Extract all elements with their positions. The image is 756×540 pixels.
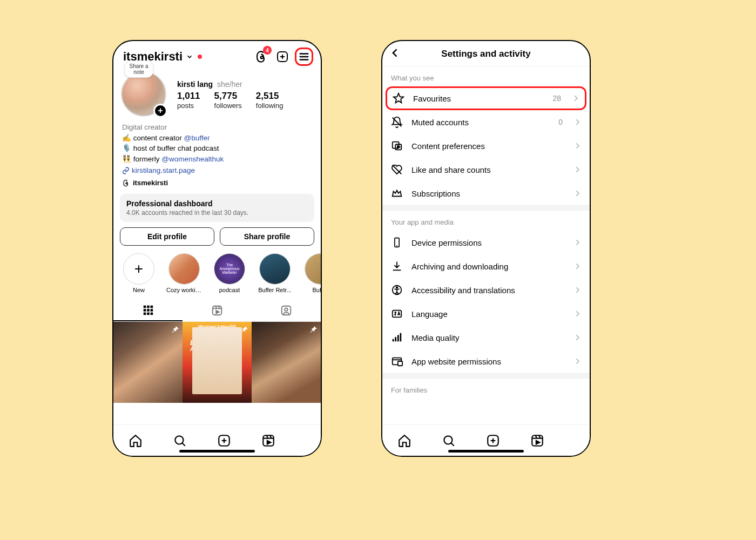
nav-search-icon[interactable] — [442, 434, 456, 448]
edit-profile-button[interactable]: Edit profile — [120, 227, 214, 246]
crown-icon — [391, 187, 403, 199]
svg-rect-14 — [151, 312, 153, 315]
svg-rect-9 — [144, 309, 146, 312]
svg-rect-10 — [147, 309, 150, 312]
profile-tabs — [113, 300, 321, 322]
settings-title: Settings and activity — [441, 49, 530, 59]
row-accessibility[interactable]: Accessibility and translations — [382, 278, 590, 302]
highlight-cozy-working[interactable]: Cozy working — [166, 253, 202, 293]
menu-button[interactable] — [295, 48, 313, 66]
pin-icon — [171, 325, 179, 334]
row-muted[interactable]: Muted accounts 0 — [382, 110, 590, 134]
phone-settings: Settings and activity What you see Favou… — [381, 40, 591, 457]
download-icon — [391, 260, 403, 272]
tagged-icon — [280, 305, 292, 316]
post-3[interactable] — [252, 322, 321, 403]
bio-line3: 👯 formerly @womenshealthuk — [122, 154, 312, 165]
pin-icon — [309, 325, 318, 334]
chevron-right-icon — [573, 166, 581, 173]
row-app-website[interactable]: App website permissions — [382, 349, 590, 373]
back-button[interactable] — [390, 48, 401, 58]
chevron-right-icon — [573, 262, 581, 270]
share-profile-button[interactable]: Share profile — [220, 227, 314, 246]
svg-marker-32 — [394, 93, 403, 103]
highlight-buffer-retr[interactable]: Buffer Retr... — [257, 253, 293, 293]
svg-line-23 — [182, 443, 185, 446]
svg-line-53 — [451, 443, 454, 446]
bio-link[interactable]: kirstilang.start.page — [122, 165, 312, 176]
nav-reels-icon[interactable] — [530, 434, 544, 448]
content-icon — [391, 140, 403, 152]
chevron-right-icon — [573, 334, 581, 341]
highlight-new[interactable]: + New — [121, 253, 157, 293]
avatar-container[interactable]: Share a note + — [121, 71, 167, 118]
star-icon — [393, 92, 404, 104]
fullname: kirsti lang she/her — [177, 80, 313, 89]
row-device-permissions[interactable]: Device permissions — [382, 231, 590, 254]
share-note-bubble[interactable]: Share a note — [124, 60, 153, 78]
post-2[interactable]: Women'sHealth BACK AT IT! THE SEX ISSUE — [183, 322, 252, 403]
add-story-badge-icon[interactable]: + — [153, 104, 167, 118]
nav-home-icon[interactable] — [129, 434, 143, 448]
svg-point-21 — [285, 308, 288, 311]
threads-handle[interactable]: itsmekirsti — [122, 178, 312, 188]
highlights[interactable]: + New Cozy working The Anonymous Markete… — [113, 246, 321, 296]
svg-rect-8 — [151, 305, 153, 308]
highlight-buffer[interactable]: Buffer — [302, 253, 321, 293]
device-icon — [391, 237, 403, 248]
chevron-left-icon — [390, 48, 401, 58]
svg-marker-31 — [267, 441, 271, 444]
tab-grid[interactable] — [113, 300, 183, 321]
svg-point-22 — [175, 436, 183, 444]
mention-womenshealthuk[interactable]: @womenshealthuk — [161, 155, 224, 163]
bell-off-icon — [391, 116, 403, 128]
tab-tagged[interactable] — [252, 300, 321, 321]
svg-rect-6 — [144, 305, 146, 308]
svg-rect-51 — [398, 361, 402, 366]
row-archiving[interactable]: Archiving and downloading — [382, 254, 590, 278]
chevron-right-icon — [573, 239, 581, 246]
stat-posts[interactable]: 1,011 posts — [177, 91, 200, 110]
post-1[interactable] — [113, 322, 183, 403]
svg-rect-46 — [395, 337, 396, 341]
accessibility-icon — [391, 284, 403, 296]
nav-reels-icon[interactable] — [261, 434, 275, 448]
threads-button[interactable]: 4 — [252, 48, 270, 66]
section-what-you-see: What you see — [382, 66, 590, 86]
create-button[interactable] — [273, 48, 292, 66]
grid-icon — [142, 304, 154, 316]
chevron-right-icon — [573, 286, 581, 294]
chevron-down-icon[interactable] — [186, 53, 193, 60]
threads-icon — [122, 179, 130, 187]
bio: Digital creator ✍️ content creator @buff… — [113, 121, 321, 188]
chevron-right-icon — [573, 190, 581, 197]
row-favourites[interactable]: Favourites 28 — [386, 86, 586, 110]
nav-search-icon[interactable] — [173, 434, 187, 448]
row-subscriptions[interactable]: Subscriptions — [382, 181, 590, 205]
nav-home-icon[interactable] — [397, 434, 411, 448]
row-content-pref[interactable]: Content preferences — [382, 134, 590, 158]
professional-dashboard[interactable]: Professional dashboard 4.0K accounts rea… — [120, 194, 314, 222]
svg-rect-44 — [393, 310, 402, 318]
nav-create-icon[interactable] — [486, 434, 500, 448]
bio-line2: 🎙️ host of buffer chat podcast — [122, 143, 312, 154]
mention-buffer[interactable]: @buffer — [184, 134, 210, 142]
row-language[interactable]: Language — [382, 302, 590, 326]
highlight-podcast[interactable]: The Anonymous Marketer podcast — [212, 253, 247, 293]
settings-header: Settings and activity — [382, 41, 590, 66]
row-media-quality[interactable]: Media quality — [382, 326, 590, 349]
divider — [382, 373, 590, 379]
section-families: For families — [382, 379, 590, 399]
window-icon — [391, 355, 403, 367]
profile-buttons: Edit profile Share profile — [113, 222, 321, 246]
stat-followers[interactable]: 5,775 followers — [214, 91, 242, 110]
svg-rect-47 — [397, 335, 399, 341]
stat-following[interactable]: 2,515 following — [256, 91, 284, 110]
profile-screen: itsmekirsti 4 Share a note + — [113, 41, 321, 424]
tab-reels[interactable] — [183, 300, 252, 321]
svg-rect-7 — [147, 305, 150, 308]
pronouns: she/her — [217, 80, 242, 89]
pin-icon — [240, 325, 248, 334]
row-like-share[interactable]: Like and share counts — [382, 158, 590, 181]
nav-create-icon[interactable] — [217, 434, 231, 448]
